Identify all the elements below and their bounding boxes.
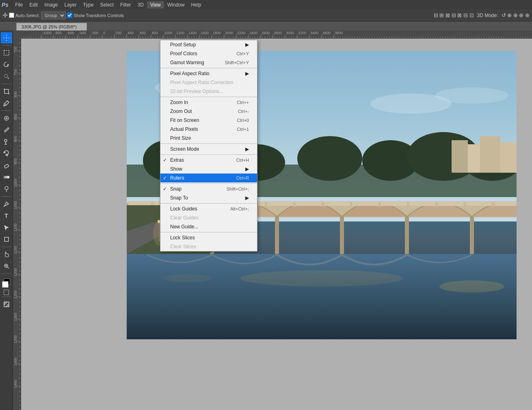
tab-close-button[interactable]: × (79, 25, 82, 29)
menu-item-print-size[interactable]: Print Size (160, 134, 257, 143)
menu-item-lock-slices[interactable]: Lock Slices (160, 233, 257, 242)
svg-rect-52 (378, 202, 381, 207)
auto-select-dropdown[interactable]: Group (41, 11, 66, 20)
menu-item-pixel-aspect-ratio[interactable]: Pixel Aspect Ratio ▶ (160, 69, 257, 78)
menu-item-rulers[interactable]: ✓ Rulers Ctrl+R (160, 174, 257, 182)
menu-filter[interactable]: Filter (117, 1, 134, 9)
svg-rect-9 (4, 176, 9, 178)
tab-bar: 3306.JPG @ 25% (RGB/8*) × (0, 22, 532, 30)
menu-window[interactable]: Window (164, 1, 188, 9)
tool-gradient[interactable] (1, 171, 12, 183)
menu-divider-1 (160, 68, 257, 68)
tool-dodge[interactable] (1, 183, 12, 195)
mode-buttons (1, 290, 12, 295)
tool-pen[interactable] (1, 198, 12, 210)
check-rulers: ✓ (163, 175, 167, 181)
tool-clone[interactable] (1, 136, 12, 148)
menu-item-actual-pixels[interactable]: Actual Pixels Ctrl+1 (160, 125, 257, 134)
app-logo: Ps (2, 2, 9, 8)
menu-item-lock-guides[interactable]: Lock Guides Alt+Ctrl+; (160, 204, 257, 213)
svg-rect-39 (340, 217, 344, 257)
tool-zoom[interactable] (1, 260, 12, 272)
menu-item-fit-on-screen[interactable]: Fit on Screen Ctrl+0 (160, 116, 257, 125)
canvas-area: Proof Setup ▶ Proof Colors Ctrl+Y Gamut … (13, 30, 532, 410)
svg-point-10 (5, 187, 8, 190)
submenu-arrow-show: ▶ (241, 166, 249, 172)
menu-item-screen-mode[interactable]: Screen Mode ▶ (160, 145, 257, 154)
tool-crop[interactable] (1, 86, 12, 97)
menu-item-proof-setup[interactable]: Proof Setup ▶ (160, 40, 257, 49)
svg-rect-53 (407, 202, 409, 207)
auto-select-checkbox[interactable] (9, 13, 14, 18)
svg-rect-41 (470, 217, 474, 257)
menu-file[interactable]: File (12, 1, 26, 9)
tool-eraser[interactable] (1, 160, 12, 171)
menu-view[interactable]: View (147, 1, 164, 9)
svg-rect-50 (322, 202, 324, 207)
menu-divider-4 (160, 154, 257, 155)
tab-filename: 3306.JPG @ 25% (RGB/8*) (22, 24, 77, 29)
svg-rect-55 (464, 202, 466, 207)
menu-item-zoom-in[interactable]: Zoom In Ctrl++ (160, 98, 257, 107)
workspace: T (0, 30, 532, 410)
menu-item-32bit-preview: 32-bit Preview Options... (160, 87, 257, 96)
view-dropdown-menu: Proof Setup ▶ Proof Colors Ctrl+Y Gamut … (160, 40, 257, 252)
menu-layer[interactable]: Layer (61, 1, 80, 9)
menu-divider-5 (160, 183, 257, 184)
svg-rect-48 (265, 202, 267, 207)
show-transform-checkbox[interactable] (67, 13, 72, 18)
document-tab[interactable]: 3306.JPG @ 25% (RGB/8*) × (16, 23, 87, 30)
menu-item-extras[interactable]: ✓ Extras Ctrl+H (160, 156, 257, 165)
background-color[interactable] (2, 281, 9, 288)
tool-quick-select[interactable] (1, 71, 12, 82)
tool-lasso[interactable] (1, 59, 12, 70)
svg-point-59 (439, 280, 504, 293)
show-transform-label: Show Transform Controls (74, 13, 124, 18)
tool-screen-mode[interactable] (1, 299, 12, 310)
move-tool-options: ✛ Auto-Select: Group Show Transform Cont… (2, 11, 124, 20)
menu-type[interactable]: Type (80, 1, 97, 9)
menu-item-proof-colors[interactable]: Proof Colors Ctrl+Y (160, 49, 257, 58)
svg-rect-49 (293, 202, 296, 207)
tool-history-brush[interactable] (1, 148, 12, 159)
menu-select[interactable]: Select (97, 1, 117, 9)
svg-point-58 (240, 270, 403, 286)
menu-item-new-guide[interactable]: New Guide... (160, 222, 257, 231)
svg-rect-8 (4, 164, 9, 168)
menu-help[interactable]: Help (188, 1, 204, 9)
ruler-corner (13, 30, 21, 39)
svg-rect-35 (500, 142, 517, 173)
menu-divider-3 (160, 143, 257, 144)
tool-hand[interactable] (1, 249, 12, 260)
shortcut-gamut-warning: Shift+Ctrl+Y (213, 60, 249, 65)
tool-marquee[interactable] (1, 47, 12, 59)
menu-item-snap-to[interactable]: Snap To ▶ (160, 193, 257, 202)
quick-mask-mode[interactable] (4, 290, 9, 295)
color-swatches[interactable] (1, 277, 12, 289)
menu-item-show[interactable]: Show ▶ (160, 165, 257, 174)
svg-line-12 (4, 206, 4, 207)
menu-item-zoom-out[interactable]: Zoom Out Ctrl+- (160, 107, 257, 116)
svg-point-2 (4, 74, 8, 78)
left-toolbar: T (0, 30, 13, 410)
menu-item-snap[interactable]: ✓ Snap Shift+Ctrl+; (160, 184, 257, 193)
svg-line-15 (7, 267, 9, 269)
tool-brush[interactable] (1, 124, 12, 136)
menu-edit[interactable]: Edit (26, 1, 41, 9)
svg-rect-51 (350, 202, 353, 207)
svg-rect-32 (452, 140, 468, 173)
menu-item-gamut-warning[interactable]: Gamut Warning Shift+Ctrl+Y (160, 58, 257, 67)
svg-point-0 (6, 37, 7, 39)
tool-shape[interactable] (1, 234, 12, 245)
tool-path-select[interactable] (1, 222, 12, 233)
tool-heal[interactable] (1, 113, 12, 124)
check-extras: ✓ (163, 157, 167, 163)
auto-select-label: Auto-Select: (15, 13, 40, 18)
3d-mode-label: 3D Mode: (477, 13, 498, 18)
tool-text[interactable]: T (1, 210, 12, 221)
menu-3d[interactable]: 3D (134, 1, 147, 9)
move-tool-icon: ✛ (2, 11, 8, 19)
tool-move[interactable] (1, 32, 12, 43)
menu-image[interactable]: Image (41, 1, 61, 9)
tool-eyedropper[interactable] (1, 98, 12, 109)
